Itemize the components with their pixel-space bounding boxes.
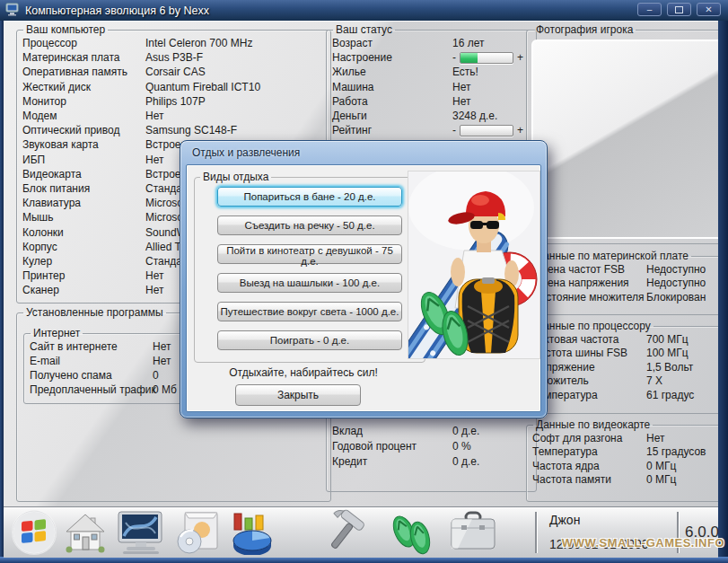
internet-value: 0 Мб [153, 383, 177, 396]
cpu-label: Множитель [532, 374, 646, 387]
status-row: Рейтинг - + [332, 123, 531, 137]
spec-label: Оперативная память [22, 66, 145, 78]
cpu-label: Частота шины FSB [532, 347, 646, 359]
status-value: Нет [452, 81, 470, 93]
slider-track[interactable] [460, 125, 513, 136]
cpu-row: Тактовая частота 700 МГц [532, 332, 724, 347]
gpu-value: 0 МГц [646, 473, 676, 486]
spec-row: Процессор Intel Celeron 700 MHz [22, 36, 325, 50]
taskbar-home-button[interactable] [63, 510, 108, 555]
spec-value: Allied T [145, 241, 181, 253]
activity-button[interactable]: Съездить на речку - 50 д.е. [217, 216, 402, 235]
spec-label: Процессор [22, 37, 145, 49]
activity-button[interactable]: Выезд на шашлыки - 100 д.е. [217, 273, 402, 293]
taskbar-computer-button[interactable] [115, 510, 167, 555]
spec-row: Монитор Philips 107P [22, 94, 325, 109]
panel-motherboard-data-title: Данные по материнской плате [533, 250, 691, 262]
panel-installed-programs-title: Установленные программы [23, 306, 166, 319]
slider-fill [460, 53, 478, 63]
taskbar-work-button[interactable] [445, 510, 501, 555]
computer-icon [115, 510, 167, 555]
window-titlebar[interactable]: Компьютерная эволюция 6 by Nexx – ✕ [0, 0, 728, 21]
bottom-taskbar: Джон 12:00 31-01-2000 6.0.0 [4, 506, 718, 558]
spec-value: Нет [145, 154, 163, 166]
motherboard-value: Блокирован [646, 291, 706, 303]
rest-dialog-titlebar[interactable]: Отдых и развлечения [180, 141, 547, 164]
cpu-row: Множитель 7 X [532, 374, 724, 389]
bank-value: 0 % [452, 440, 471, 453]
window-left-border [0, 21, 4, 557]
bank-label: Годовой процент [332, 440, 452, 453]
status-value: 3248 д.е. [452, 110, 497, 122]
spec-label: ИБП [22, 154, 145, 166]
spec-value: Quantum Fireball ICT10 [145, 81, 260, 93]
gpu-row: Частота памяти 0 МГц [532, 473, 724, 488]
internet-label: E-mail [30, 355, 153, 367]
gpu-row: Софт для разгона Нет [532, 431, 724, 445]
slider-track[interactable] [460, 52, 513, 64]
panel-player-photo: Фотография игрока [526, 23, 728, 244]
spec-label: Сканер [22, 284, 145, 296]
status-label: Жилье [332, 66, 452, 78]
spec-row: Материнская плата Asus P3B-F [22, 50, 325, 65]
panel-gpu-data: Данные по видеокарте Софт для разгона Не… [526, 418, 728, 502]
close-button[interactable]: ✕ [697, 3, 721, 16]
dialog-close-button[interactable]: Закрыть [235, 384, 361, 406]
motherboard-label: Смена частот FSB [532, 263, 646, 276]
maximize-icon [675, 6, 683, 13]
internet-value: 0 [153, 369, 159, 382]
spec-row: Модем Нет [22, 109, 325, 123]
bank-row: Вклад 0 д.е. [332, 423, 531, 438]
status-value: Нет [452, 95, 470, 108]
bank-label: Кредит [332, 455, 452, 468]
minimize-button[interactable]: – [637, 3, 662, 16]
taskbar-software-button[interactable] [174, 510, 223, 555]
spec-label: Колонки [22, 226, 145, 239]
slider-minus-button[interactable]: - [452, 51, 456, 64]
activity-button[interactable]: Путешествие вокруг света - 1000 д.е. [217, 302, 402, 321]
slider-plus-button[interactable]: + [517, 124, 523, 136]
activity-button[interactable]: Поиграть - 0 д.е. [217, 330, 402, 350]
cpu-label: Тактовая частота [532, 333, 646, 346]
status-row: Жилье Есть! [332, 65, 531, 79]
gpu-value: 15 градусов [646, 445, 706, 458]
statistics-pie-icon [228, 510, 276, 555]
status-row: Возраст 16 лет [332, 36, 531, 50]
spec-label: Жесткий диск [22, 81, 145, 93]
status-label: Работа [332, 95, 452, 108]
spec-row: Жесткий диск Quantum Fireball ICT10 [22, 80, 325, 94]
panel-cpu-data: Данные по процессору Тактовая частота 70… [526, 320, 728, 414]
spec-label: Материнская плата [22, 51, 145, 64]
spec-row: Оперативная память Corsair CAS [22, 65, 325, 79]
internet-label: Получено спама [30, 369, 153, 382]
slider-plus-button[interactable]: + [517, 51, 523, 64]
panel-internet-title: Интернет [31, 327, 83, 339]
taskbar-repair-button[interactable] [327, 510, 377, 555]
panel-gpu-data-title: Данные по видеокарте [533, 418, 653, 431]
bank-value: 0 д.е. [452, 455, 479, 468]
status-row: Настроение - + [332, 50, 531, 65]
site-watermark: WWW.SMALL-GAMES.INFO [562, 536, 724, 550]
repair-hammer-icon [327, 508, 377, 557]
activity-button[interactable]: Пойти в кинотеатр с девушкой - 75 д.е. [217, 244, 402, 264]
activity-button[interactable]: Попариться в бане - 20 д.е. [217, 187, 402, 207]
gpu-label: Частота памяти [532, 473, 646, 486]
window-bottom-border [0, 557, 728, 563]
software-box-icon [174, 510, 223, 555]
slider-minus-button[interactable]: - [452, 124, 456, 136]
internet-label: Предоплаченный трафик [30, 383, 153, 396]
home-icon [63, 511, 108, 554]
status-label: Машина [332, 81, 452, 93]
cpu-value: 700 МГц [646, 333, 689, 346]
vacation-character-icon [408, 172, 539, 358]
status-slider: - + [452, 124, 523, 136]
spec-row: Оптический привод Samsung SC148-F [22, 123, 325, 137]
windows-logo-icon [11, 509, 57, 556]
cpu-label: Напряжение [532, 361, 646, 374]
maximize-button[interactable] [667, 3, 691, 16]
taskbar-rest-button[interactable] [386, 510, 436, 555]
taskbar-statistics-button[interactable] [228, 510, 276, 555]
taskbar-start-button[interactable] [11, 510, 57, 555]
window-title: Компьютерная эволюция 6 by Nexx [25, 4, 209, 17]
internet-value: Нет [153, 340, 171, 353]
